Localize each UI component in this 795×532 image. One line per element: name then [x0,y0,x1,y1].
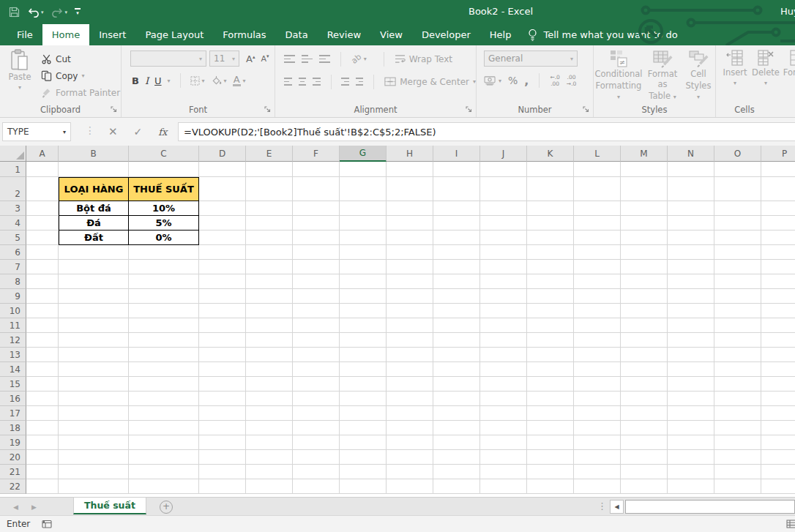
cell-O4[interactable] [714,216,761,231]
cell-L2[interactable] [574,177,621,201]
cell-O6[interactable] [714,245,761,260]
cell-M12[interactable] [621,333,668,348]
cell-E11[interactable] [246,318,293,333]
cell-A2[interactable] [26,177,59,201]
cell-A11[interactable] [26,318,59,333]
cell-H12[interactable] [387,333,433,348]
cell-G14[interactable] [340,362,387,377]
cell-D2[interactable] [199,177,246,201]
cell-L8[interactable] [574,274,621,289]
cell-E4[interactable] [246,216,293,231]
cell-D9[interactable] [199,289,246,304]
cell-G6[interactable] [340,245,387,260]
cell-F20[interactable] [293,450,340,465]
cell-L12[interactable] [574,333,621,348]
column-header-L[interactable]: L [574,146,621,162]
format-cells-button[interactable]: Format ▾ [783,49,795,86]
cell-I7[interactable] [433,260,480,274]
increase-indent-button[interactable] [356,78,364,86]
cell-I6[interactable] [433,245,480,260]
cell-F14[interactable] [293,362,340,377]
row-header-9[interactable]: 9 [0,289,26,304]
column-header-I[interactable]: I [433,146,480,162]
cell-G21[interactable] [340,465,387,479]
cell-C22[interactable] [129,479,199,494]
cell-L14[interactable] [574,362,621,377]
cell-B11[interactable] [59,318,129,333]
cell-A12[interactable] [26,333,59,348]
align-center-button[interactable] [299,78,307,86]
cell-A21[interactable] [26,465,59,479]
cell-B20[interactable] [59,450,129,465]
cell-A1[interactable] [26,162,59,177]
column-header-M[interactable]: M [621,146,668,162]
cell-O19[interactable] [714,435,761,450]
cancel-button[interactable]: ✕ [108,125,118,138]
borders-button[interactable]: ▾ [190,76,205,86]
cell-O10[interactable] [714,304,761,318]
tell-me-box[interactable]: Tell me what you want to do [520,24,684,45]
cell-I2[interactable] [433,177,480,201]
macro-record-button[interactable] [42,520,52,528]
cell-O12[interactable] [714,333,761,348]
accounting-format-button[interactable]: ▾ [484,75,501,86]
cell-C2[interactable]: THUẾ SUẤT [129,177,199,201]
cell-L6[interactable] [574,245,621,260]
copy-button[interactable]: Copy ▾ [41,67,120,84]
cell-K10[interactable] [527,304,574,318]
cell-N2[interactable] [668,177,714,201]
cell-F2[interactable] [293,177,340,201]
cell-I3[interactable] [433,201,480,216]
cell-E16[interactable] [246,391,293,406]
formula-input[interactable]: =VLOOKUP(D2;'[Book2]Thuế suất'!B$2:C$5;2… [178,122,795,141]
cell-E6[interactable] [246,245,293,260]
cell-E7[interactable] [246,260,293,274]
cell-P21[interactable] [761,465,795,479]
cell-J16[interactable] [480,391,527,406]
cell-N11[interactable] [668,318,714,333]
cell-F12[interactable] [293,333,340,348]
cell-L15[interactable] [574,377,621,391]
cell-F10[interactable] [293,304,340,318]
cell-P8[interactable] [761,274,795,289]
new-sheet-button[interactable]: + [160,501,173,514]
cell-G4[interactable] [340,216,387,231]
row-header-21[interactable]: 21 [0,465,26,479]
cell-F22[interactable] [293,479,340,494]
cell-F7[interactable] [293,260,340,274]
cell-M20[interactable] [621,450,668,465]
cell-O21[interactable] [714,465,761,479]
cell-O5[interactable] [714,231,761,245]
cell-M2[interactable] [621,177,668,201]
row-header-18[interactable]: 18 [0,421,26,435]
cell-G22[interactable] [340,479,387,494]
column-header-H[interactable]: H [387,146,433,162]
cell-F11[interactable] [293,318,340,333]
comma-style-button[interactable]: , [524,74,529,88]
row-header-20[interactable]: 20 [0,450,26,465]
cell-A7[interactable] [26,260,59,274]
cell-J10[interactable] [480,304,527,318]
cell-I5[interactable] [433,231,480,245]
underline-button[interactable]: U [154,75,162,86]
cell-N7[interactable] [668,260,714,274]
cell-B13[interactable] [59,348,129,362]
cell-I16[interactable] [433,391,480,406]
cell-P10[interactable] [761,304,795,318]
next-sheet-button[interactable]: ▶ [31,503,37,511]
cell-D13[interactable] [199,348,246,362]
cell-P18[interactable] [761,421,795,435]
column-header-N[interactable]: N [668,146,714,162]
cell-K3[interactable] [527,201,574,216]
cell-H16[interactable] [387,391,433,406]
cell-J1[interactable] [480,162,527,177]
cell-O11[interactable] [714,318,761,333]
fill-color-button[interactable]: ▾ [211,75,227,86]
cell-B1[interactable] [59,162,129,177]
cell-B22[interactable] [59,479,129,494]
cell-N19[interactable] [668,435,714,450]
cell-L17[interactable] [574,406,621,421]
cell-N20[interactable] [668,450,714,465]
cell-D5[interactable] [199,231,246,245]
cell-B15[interactable] [59,377,129,391]
